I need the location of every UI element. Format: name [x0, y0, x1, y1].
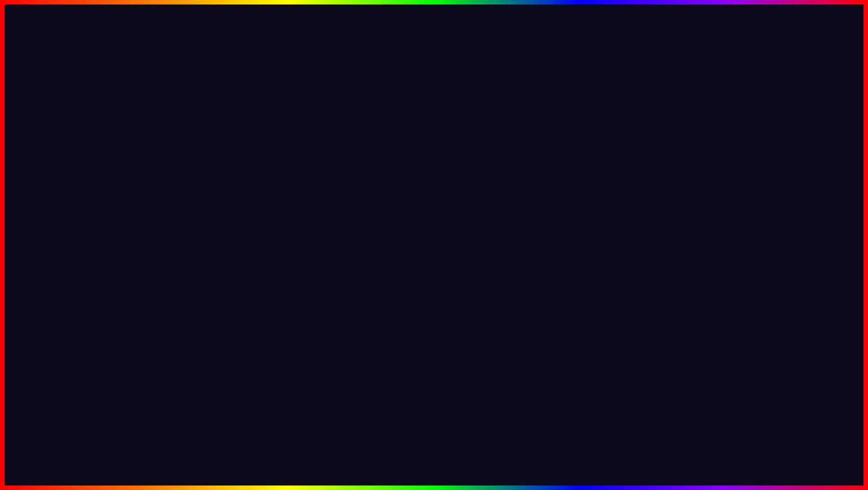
- spam-skill-row[interactable]: Spam Skill Option Z ∧: [455, 223, 642, 241]
- home-icon: 🏠: [45, 163, 52, 169]
- title-letter-x: X: [283, 4, 348, 104]
- svg-point-23: [139, 280, 143, 284]
- item-card-monster-magnet[interactable]: Material x1 Monst: [105, 237, 177, 309]
- type-mastery-label: Type Mastery Farm: [462, 161, 517, 168]
- teleport-icon-right: 📍: [402, 205, 409, 211]
- select-weapon-text: Melee: [260, 180, 275, 187]
- items-menu-dots[interactable]: ··· ∧: [270, 237, 285, 245]
- right-sidebar-bottom: 👤 Sky: [397, 282, 455, 306]
- script-text: SCRIPT: [371, 425, 549, 476]
- sidebar-item-setting[interactable]: ⚙ Setting: [39, 263, 97, 277]
- sidebar-item-v4-upgrade[interactable]: ✦ V4 Upgrade: [39, 208, 97, 222]
- right-window-controls: — ✕: [614, 144, 637, 151]
- spam-skill-chevron: ∧: [631, 229, 635, 235]
- sidebar-label-webhook: Webhook: [55, 239, 80, 246]
- player-arua-section-header: Player Arua: [455, 241, 642, 253]
- sidebar-label-status-server: Status Server: [413, 177, 448, 183]
- choose-method-row[interactable]: Choose Method To Farm Level ∧: [98, 156, 289, 174]
- sidebar-label-shop: Shop: [55, 225, 69, 232]
- right-user-profile[interactable]: 👤 Sky: [397, 286, 455, 306]
- sidebar-label-shop-right: Shop: [413, 253, 426, 260]
- items-checkbox[interactable]: [276, 291, 285, 300]
- webhook-icon-right: 🔗: [402, 267, 409, 274]
- choose-method-text: Level: [261, 161, 275, 168]
- svg-point-22: [138, 275, 143, 280]
- item-card-2-name: LeviathanHeart: [205, 293, 230, 306]
- sidebar-label-upgrade-weapon-right: Upgrade Weapon: [412, 218, 449, 232]
- mastery-farm-option-checkbox[interactable]: ✓: [626, 208, 635, 217]
- right-window-body: ○ Main ⊞ Status Server 🏠 Main Farm 📍 Tel…: [397, 156, 642, 309]
- left-window-titlebar: Hirimi Hub X — ✕: [39, 140, 289, 156]
- main-title: BLOX FRUITS: [0, 9, 868, 99]
- sidebar-item-v4-upgrade-right[interactable]: ✦ V4 Upgrade: [397, 236, 455, 249]
- left-username: Sky: [61, 293, 71, 299]
- sidebar-label-setting: Setting: [55, 267, 73, 274]
- player-aura-checkbox[interactable]: [626, 258, 635, 267]
- sidebar-item-main-farm-right[interactable]: 🏠 Main Farm: [397, 187, 455, 201]
- sidebar-item-shop[interactable]: 🛒 Shop: [39, 222, 97, 236]
- right-content: Type Mastery Farm Devil Fruit ∧ % Health…: [455, 156, 642, 309]
- items-area-checkbox[interactable]: [276, 291, 285, 300]
- double-quest-row[interactable]: Double Quest: [98, 213, 289, 233]
- title-letter-l: L: [149, 4, 209, 104]
- svg-point-21: [139, 267, 143, 270]
- left-window-body: 🏠 Main Farm 📍 Teleport ⚙ Upgrade Weapon …: [39, 156, 289, 314]
- sidebar-item-webhook[interactable]: 🔗 Webhook: [39, 236, 97, 249]
- right-window-minimize[interactable]: —: [614, 144, 624, 151]
- choose-method-value: Level ∧: [261, 161, 282, 168]
- title-letter-t: T: [664, 4, 724, 104]
- left-window-title: Hirimi Hub X: [45, 144, 85, 151]
- sidebar-item-teleport[interactable]: 📍 Teleport: [39, 173, 97, 187]
- sidebar-item-main-farm[interactable]: 🏠 Main Farm: [39, 159, 97, 173]
- sidebar-label-v4-upgrade: V4 Upgrade: [55, 211, 86, 218]
- farm-selected-checkbox[interactable]: [273, 198, 282, 207]
- sidebar-item-main[interactable]: ○ Main: [397, 159, 455, 173]
- left-window-close[interactable]: ✕: [275, 144, 284, 151]
- sidebar-item-upgrade-weapon-right[interactable]: ⚙ Upgrade Weapon: [397, 215, 455, 236]
- sidebar-item-upgrade-weapon[interactable]: ⚙ Upgrade Weapon: [39, 187, 97, 208]
- sidebar-item-teleport-right[interactable]: 📍 Teleport: [397, 201, 455, 215]
- type-mastery-chevron: ∧: [631, 161, 635, 168]
- player-aura-label: Player Aura: [462, 259, 495, 267]
- health-input[interactable]: [462, 187, 635, 200]
- title-letter-b: B: [80, 4, 149, 104]
- selected-text: elected: [215, 256, 289, 280]
- setting-icon: ⚙: [45, 267, 52, 274]
- sidebar-label-v4-upgrade-right: V4 Upgrade: [413, 239, 444, 246]
- mastery-farm-option-row[interactable]: Mastery Farm Option ✓: [455, 203, 642, 223]
- sidebar-label-main-farm-right: Main Farm: [413, 191, 441, 197]
- sidebar-item-shop-right[interactable]: 🛒 Shop: [397, 249, 455, 263]
- select-weapon-row[interactable]: Select Your Weapon Type Melee ∧: [98, 174, 289, 192]
- right-window-close[interactable]: ✕: [628, 144, 637, 151]
- title-letter-o: O: [209, 4, 283, 104]
- status-icon: ⊞: [402, 177, 409, 183]
- logo-skull-icon: 💀: [780, 381, 800, 399]
- sidebar-item-status-server[interactable]: ⊞ Status Server: [397, 173, 455, 187]
- left-content: Choose Method To Farm Level ∧ Select You…: [98, 156, 289, 314]
- left-window-minimize[interactable]: —: [261, 144, 271, 151]
- health-section: % Health to send skill: [455, 174, 642, 203]
- left-window: Hirimi Hub X — ✕ 🏠 Main Farm 📍 Teleport …: [38, 139, 290, 315]
- item-card-2-badge: Material: [184, 240, 207, 247]
- sidebar-label-teleport: Teleport: [55, 177, 76, 183]
- left-user-profile[interactable]: 👤 Sky: [39, 286, 97, 306]
- title-letter-i: I: [635, 4, 664, 104]
- player-aura-row[interactable]: Player Aura: [455, 253, 642, 273]
- farm-selected-row[interactable]: Farm Selected: [98, 192, 289, 213]
- item-card-1-wrapper: Material x1 Monst: [105, 237, 177, 309]
- farm-selected-label: Farm Selected: [105, 199, 146, 206]
- right-username: Sky: [418, 293, 428, 299]
- svg-point-15: [780, 214, 803, 236]
- left-sidebar: 🏠 Main Farm 📍 Teleport ⚙ Upgrade Weapon …: [39, 156, 98, 314]
- item-card-2-count: x1: [184, 247, 190, 254]
- home-icon-right: 🏠: [402, 191, 409, 197]
- v4-upgrade-icon: ✦: [45, 212, 52, 218]
- title-letter-u: U: [565, 4, 635, 104]
- shop-icon-right: 🛒: [402, 254, 409, 260]
- type-mastery-row[interactable]: Type Mastery Farm Devil Fruit ∧: [455, 156, 642, 174]
- left-sidebar-bottom: 👤 Sky: [39, 282, 97, 306]
- sidebar-item-raid[interactable]: ⚔ Raid: [39, 249, 97, 263]
- sidebar-item-webhook-right[interactable]: 🔗 Webhook: [397, 263, 455, 277]
- logo-fruits-text: FRUITS: [744, 418, 837, 445]
- double-quest-checkbox[interactable]: [273, 218, 282, 227]
